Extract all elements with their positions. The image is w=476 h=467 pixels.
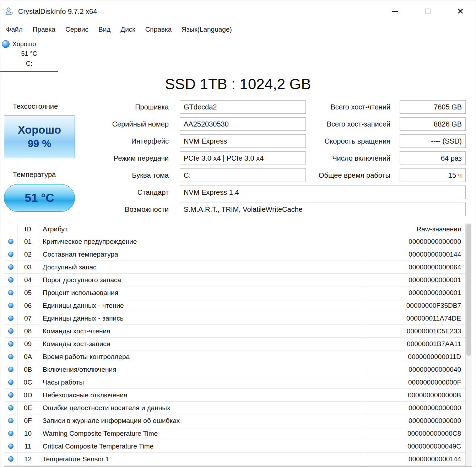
window-controls: ✕ [373, 3, 471, 20]
smart-raw-value: 00000000000001 [365, 274, 465, 286]
close-button[interactable]: ✕ [449, 3, 471, 20]
smart-row[interactable]: 09 Команды хост-записи 00000001B7AA11 [4, 338, 465, 350]
smart-row[interactable]: 06 Единицы данных - чтение 00000000F35DB… [4, 299, 465, 312]
menu-item[interactable]: Диск [115, 24, 140, 35]
field-value: S.M.A.R.T., TRIM, VolatileWriteCache [180, 203, 466, 216]
smart-raw-value: 00000000000064 [365, 261, 465, 274]
smart-row[interactable]: 05 Процент использования 00000000000001 [4, 286, 465, 299]
smart-attribute: Команды хост-чтения [38, 325, 365, 338]
smart-id: 05 [18, 286, 38, 299]
health-section-label: Техсостояние [13, 102, 58, 111]
maximize-button[interactable] [417, 3, 439, 20]
smart-table-header: ID Атрибут Raw-значения [4, 223, 465, 235]
menu-item[interactable]: Язык(Language) [177, 24, 237, 35]
col-header-id[interactable]: ID [18, 223, 38, 235]
status-dot-icon [8, 456, 13, 462]
field-value: 7605 GB [400, 100, 466, 114]
smart-row[interactable]: 02 Составная температура 00000000000144 [4, 248, 465, 261]
status-dot-icon [8, 392, 13, 398]
smart-id: 0C [18, 376, 38, 389]
menu-item[interactable]: Справка [140, 24, 177, 35]
field-value: GTdecda2 [180, 100, 306, 114]
status-dot-icon [8, 380, 13, 385]
smart-attribute: Единицы данных - запись [38, 312, 365, 325]
status-dot-icon [8, 354, 13, 359]
smart-id: 11 [18, 440, 38, 453]
smart-attribute: Temperature Sensor 1 [38, 453, 365, 466]
menu-item[interactable]: Сервис [60, 24, 93, 35]
temperature-box[interactable]: 51 °C [4, 184, 75, 212]
smart-row[interactable]: 11 Critical Composite Temperature Time 0… [4, 440, 465, 453]
status-dot-icon [8, 431, 13, 436]
field-value: 15 ч [400, 168, 466, 182]
smart-raw-value: 00000000000001 [365, 286, 465, 299]
smart-id: 07 [18, 312, 38, 325]
smart-table-rows: ID Атрибут Raw-значения 01 Критическое п… [4, 223, 465, 466]
tab-temperature: 51 °C [0, 49, 58, 59]
drive-tab-c[interactable]: Хорошо 51 °C C: [0, 39, 58, 72]
smart-raw-value: 00000000000040 [365, 363, 465, 376]
smart-table: ID Атрибут Raw-значения 01 Критическое п… [4, 223, 472, 467]
field-value: 8826 GB [400, 117, 466, 131]
col-header-raw[interactable]: Raw-значения [365, 223, 465, 235]
field-value: ---- (SSD) [400, 134, 466, 148]
field-label: Стандарт [78, 184, 174, 201]
smart-row[interactable]: 0A Время работы контроллера 000000000001… [4, 350, 465, 363]
close-icon: ✕ [457, 7, 464, 16]
smart-raw-value: 0000000000000B [365, 389, 465, 402]
smart-id: 0D [18, 389, 38, 402]
status-dot-icon [8, 303, 13, 308]
smart-raw-value: 000000011A74DE [365, 312, 465, 325]
menu-item[interactable]: Правка [28, 24, 60, 35]
app-icon [5, 6, 15, 16]
health-status-box[interactable]: Хорошо 99 % [4, 116, 75, 158]
smart-row[interactable]: 12 Temperature Sensor 1 00000000000144 [4, 453, 465, 466]
field-label: Серийный номер [78, 116, 174, 133]
field-label: Скорость вращения [309, 133, 396, 150]
status-dot-icon [8, 418, 13, 423]
smart-row[interactable]: 0F Записи в журнале информации об ошибка… [4, 414, 465, 427]
smart-row[interactable]: 04 Порог доступного запаса 0000000000000… [4, 274, 465, 286]
smart-row[interactable]: 10 Warning Composite Temperature Time 00… [4, 427, 465, 440]
smart-row[interactable]: 07 Единицы данных - запись 000000011A74D… [4, 312, 465, 325]
smart-row[interactable]: 0D Небезопасные отключения 0000000000000… [4, 389, 465, 402]
temperature-section-label: Температура [13, 171, 56, 179]
smart-raw-value: 00000001B7AA11 [365, 338, 465, 350]
status-dot-icon [8, 341, 13, 347]
smart-row[interactable]: 03 Доступный запас 00000000000064 [4, 261, 465, 274]
field-value: PCIe 3.0 x4 | PCIe 3.0 x4 [180, 151, 306, 165]
smart-raw-value: 0000000000000F [365, 376, 465, 389]
status-dot-icon [8, 316, 13, 321]
menu-item[interactable]: Вид [93, 24, 115, 35]
table-scrollbar[interactable] [465, 223, 472, 466]
col-header-attribute[interactable]: Атрибут [38, 223, 365, 235]
field-label: Число включений [309, 150, 396, 167]
smart-raw-value: 000000000000C8 [365, 427, 465, 440]
smart-row[interactable]: 08 Команды хост-чтения 00000001C5E233 [4, 325, 465, 338]
field-value: 64 раз [400, 151, 466, 165]
smart-attribute: Процент использования [38, 286, 365, 299]
field-label: Интерфейс [78, 133, 174, 150]
menubar: Файл Правка Сервис Вид Диск Справка Язык… [0, 22, 476, 37]
smart-attribute: Команды хост-записи [38, 338, 365, 350]
col-header-status[interactable] [4, 223, 18, 235]
smart-raw-value: 00000000F35DB7 [365, 299, 465, 312]
status-dot-icon [8, 277, 13, 283]
drive-tabstrip: Хорошо 51 °C C: [0, 37, 476, 72]
smart-row[interactable]: 0C Часы работы 0000000000000F [4, 376, 465, 389]
smart-row[interactable]: 0E Ошибки целостности носителя и данных … [4, 402, 465, 414]
smart-attribute: Ошибки целостности носителя и данных [38, 402, 365, 414]
status-dot-icon [8, 405, 13, 410]
smart-id: 03 [18, 261, 38, 274]
smart-row[interactable]: 0B Включения/отключения 00000000000040 [4, 363, 465, 376]
smart-row[interactable]: 01 Критическое предупреждение 0000000000… [4, 235, 465, 248]
status-dot-icon [8, 252, 13, 257]
smart-attribute: Небезопасные отключения [38, 389, 365, 402]
smart-attribute: Составная температура [38, 248, 365, 261]
smart-attribute: Время работы контроллера [38, 350, 365, 363]
menu-item[interactable]: Файл [1, 24, 28, 35]
active-tab-indicator [0, 71, 58, 72]
minimize-button[interactable] [384, 3, 406, 20]
field-label: Режим передачи [78, 150, 174, 167]
scrollbar-thumb[interactable] [466, 224, 471, 356]
